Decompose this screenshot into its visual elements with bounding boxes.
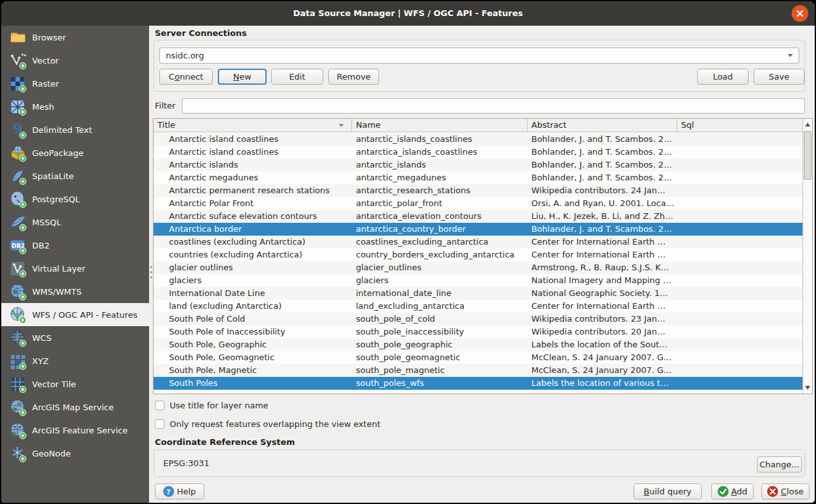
sidebar-item-geopackage[interactable]: GeoPackage <box>1 141 149 164</box>
scroll-down-icon[interactable] <box>805 386 810 390</box>
column-header-abstract[interactable]: Abstract <box>528 119 677 132</box>
cell-sql <box>677 338 803 351</box>
column-header-name[interactable]: Name <box>352 119 528 132</box>
edit-button[interactable]: Edit <box>271 69 323 85</box>
sidebar-item-postgresql[interactable]: PostgreSQL <box>1 187 149 211</box>
wms-icon <box>9 282 27 300</box>
mesh-icon <box>9 98 27 116</box>
sidebar-item-wms[interactable]: WMS/WMTS <box>1 280 149 303</box>
table-row[interactable]: South Pole, Geomagneticsouth_pole_geomag… <box>154 351 803 364</box>
build-query-button[interactable]: Build query <box>634 483 702 500</box>
table-row[interactable]: Antarctic suface elevation contoursantar… <box>154 210 803 223</box>
sidebar-item-vector-tile[interactable]: Vector Tile <box>1 372 149 395</box>
table-row[interactable]: Antarctica borderantarctica_country_bord… <box>154 223 803 236</box>
sidebar-item-mssql[interactable]: MSSQL <box>1 211 149 234</box>
cell-title: South Pole of Cold <box>154 313 352 326</box>
cell-sql <box>677 300 803 313</box>
table-row[interactable]: South Polessouth_poles_wfsLabels the loc… <box>154 377 803 390</box>
table-row[interactable]: Antarctic Polar Frontantarctic_polar_fro… <box>154 197 803 210</box>
sidebar-item-xyz[interactable]: XYZ <box>1 349 149 372</box>
cell-sql <box>677 146 803 159</box>
table-row[interactable]: Antarctic island coastlinesantarctica_is… <box>154 146 803 159</box>
column-header-sql[interactable]: Sql <box>677 119 803 132</box>
table-row[interactable]: Antarctic island coastlinesantarctic_isl… <box>154 133 803 146</box>
table-row[interactable]: Antarctic islandsantarctic_islandsBohlan… <box>154 159 803 171</box>
filter-input[interactable] <box>182 98 805 114</box>
close-icon <box>767 486 778 497</box>
cell-name: country_borders_excluding_antarctica <box>352 248 528 261</box>
combobox-caret-icon <box>788 54 793 57</box>
new-button[interactable]: New <box>218 69 267 85</box>
server-connections-label: Server Connections <box>155 28 247 38</box>
table-row[interactable]: South Pole of Coldsouth_pole_of_coldWiki… <box>154 313 803 326</box>
add-button[interactable]: Add <box>711 483 754 500</box>
close-button[interactable]: Close <box>761 483 810 500</box>
sidebar-item-delimited-text[interactable]: 9Delimited Text <box>1 118 149 141</box>
save-button[interactable]: Save <box>754 69 804 85</box>
add-icon <box>718 486 729 497</box>
layers-table: Title Name Abstract Sql Antarctic island… <box>153 118 813 394</box>
sidebar-item-arcgis-feature[interactable]: ArcGIS Feature Service <box>1 419 149 442</box>
cell-sql <box>677 184 803 197</box>
sidebar-item-virtual-layer[interactable]: Virtual Layer <box>1 257 149 280</box>
vertical-scrollbar[interactable] <box>803 119 812 394</box>
sidebar-item-mesh[interactable]: Mesh <box>1 95 149 118</box>
load-button[interactable]: Load <box>697 69 749 85</box>
cell-abstract: Wikipedia contributors. 24 Jan… <box>528 184 677 197</box>
column-header-title[interactable]: Title <box>154 119 352 132</box>
table-row[interactable]: land (excluding Antarctica)land_excludin… <box>154 300 803 313</box>
sidebar-item-db2[interactable]: DB2DB2 <box>1 234 149 257</box>
sidebar-item-label: WFS / OGC API - Features <box>32 310 137 320</box>
remove-button[interactable]: Remove <box>328 69 379 85</box>
table-row[interactable]: South Pole of Inaccessibilitysouth_pole_… <box>154 326 803 338</box>
sidebar-item-raster[interactable]: Raster <box>1 72 149 95</box>
table-row[interactable]: South Pole, Geographicsouth_pole_geograp… <box>154 338 803 351</box>
titlebar[interactable]: Data Source Manager | WFS / OGC API - Fe… <box>1 1 815 26</box>
scrollbar-handle[interactable] <box>804 131 812 180</box>
sidebar-item-browser[interactable]: Browser <box>1 26 149 49</box>
cell-sql <box>677 236 803 248</box>
cell-abstract: Armstrong, R., B. Raup, S.J.S. K… <box>528 261 677 274</box>
connection-combobox[interactable]: nsidc.org <box>159 48 799 64</box>
crs-value: EPSG:3031 <box>163 458 209 468</box>
cell-sql <box>677 261 803 274</box>
crs-group-label: Coordinate Reference System <box>155 437 295 447</box>
table-row[interactable]: South Pole, Magneticsouth_pole_magneticM… <box>154 364 803 377</box>
sidebar-item-label: DB2 <box>32 241 49 250</box>
cell-name: international_date_line <box>352 287 528 300</box>
cell-title: South Pole, Magnetic <box>154 364 352 377</box>
sidebar-item-vector[interactable]: Vector <box>1 49 149 72</box>
help-button[interactable]: ?Help <box>155 483 204 500</box>
window-close-button[interactable] <box>792 5 808 22</box>
table-row[interactable]: countries (excluding Antarctica)country_… <box>154 248 803 261</box>
cell-abstract: Bohlander, J. and T. Scambos. 2… <box>528 133 677 146</box>
cell-abstract: Liu, H., K. Jezek, B. Li, and Z. Zh… <box>528 210 677 223</box>
table-row[interactable]: International Date Lineinternational_dat… <box>154 287 803 300</box>
table-row[interactable]: Antarctic permanent research stationsant… <box>154 184 803 197</box>
sidebar-item-wfs[interactable]: WFS / OGC API - Features <box>1 303 149 326</box>
sidebar-item-arcgis-map[interactable]: ArcGIS Map Service <box>1 395 149 419</box>
sidebar-item-spatialite[interactable]: SpatiaLite <box>1 164 149 187</box>
cell-sql <box>677 274 803 287</box>
cell-abstract: Wikipedia contributors. 20 Jan… <box>528 326 677 338</box>
cell-name: antarctica_islands_coastlines <box>352 146 528 159</box>
overlap-checkbox[interactable] <box>155 419 164 429</box>
xyz-icon <box>9 352 27 370</box>
cell-title: South Poles <box>154 377 352 390</box>
scroll-up-icon[interactable] <box>805 123 810 126</box>
use-title-label: Use title for layer name <box>170 401 269 411</box>
table-row[interactable]: glaciersglaciersNational Imagery and Map… <box>154 274 803 287</box>
sidebar-item-label: Mesh <box>32 102 54 112</box>
raster-icon <box>9 74 27 92</box>
cell-title: Antarctica border <box>154 223 352 236</box>
table-row[interactable]: Antarctic megadunesantarctic_megadunesBo… <box>154 171 803 184</box>
connect-button[interactable]: Connect <box>159 69 213 85</box>
crs-change-button[interactable]: Change... <box>757 456 802 473</box>
sidebar-item-wcs[interactable]: WCS <box>1 326 149 349</box>
cell-sql <box>677 313 803 326</box>
table-row[interactable]: coastlines (excluding Antarctica)coastli… <box>154 236 803 248</box>
connection-value: nsidc.org <box>166 51 204 60</box>
sidebar-item-geonode[interactable]: GeoNode <box>1 442 149 465</box>
use-title-checkbox[interactable] <box>155 401 164 410</box>
table-row[interactable]: glacier outlinesglacier_outlinesArmstron… <box>154 261 803 274</box>
